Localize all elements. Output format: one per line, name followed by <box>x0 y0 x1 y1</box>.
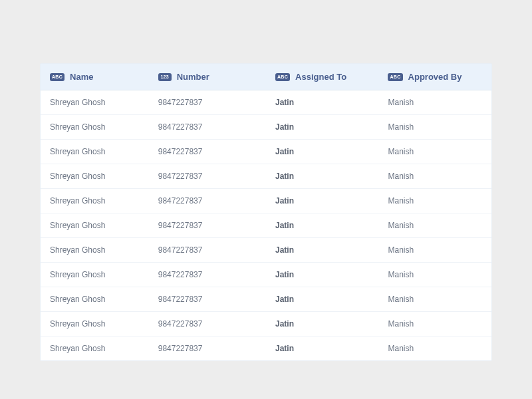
text-type-icon: ABC <box>388 73 402 81</box>
cell-assigned-to: Jatin <box>266 90 379 114</box>
cell-assigned-to: Jatin <box>266 164 379 188</box>
column-header-label: Number <box>177 72 209 82</box>
cell-name: Shreyan Ghosh <box>41 238 149 262</box>
cell-assigned-to: Jatin <box>266 189 379 213</box>
cell-name: Shreyan Ghosh <box>41 213 149 237</box>
cell-number: 9847227837 <box>149 90 266 114</box>
cell-name: Shreyan Ghosh <box>41 336 149 360</box>
cell-name: Shreyan Ghosh <box>41 115 149 139</box>
data-table: ABC Name 123 Number ABC Assigned To ABC … <box>40 63 492 361</box>
table-header-row: ABC Name 123 Number ABC Assigned To ABC … <box>41 64 491 90</box>
column-header-label: Approved By <box>408 72 462 82</box>
cell-assigned-to: Jatin <box>266 287 379 311</box>
cell-approved-by: Manish <box>378 140 491 164</box>
table-row[interactable]: Shreyan Ghosh9847227837JatinManish <box>41 238 491 263</box>
column-header-label: Name <box>70 72 93 82</box>
cell-assigned-to: Jatin <box>266 238 379 262</box>
table-row[interactable]: Shreyan Ghosh9847227837JatinManish <box>41 336 491 360</box>
cell-name: Shreyan Ghosh <box>41 312 149 336</box>
cell-approved-by: Manish <box>378 164 491 188</box>
table-row[interactable]: Shreyan Ghosh9847227837JatinManish <box>41 287 491 312</box>
cell-assigned-to: Jatin <box>266 263 379 287</box>
cell-approved-by: Manish <box>378 213 491 237</box>
cell-approved-by: Manish <box>378 115 491 139</box>
cell-assigned-to: Jatin <box>266 140 379 164</box>
cell-approved-by: Manish <box>378 336 491 360</box>
cell-number: 9847227837 <box>149 115 266 139</box>
cell-name: Shreyan Ghosh <box>41 263 149 287</box>
cell-assigned-to: Jatin <box>266 213 379 237</box>
table-row[interactable]: Shreyan Ghosh9847227837JatinManish <box>41 312 491 336</box>
table-row[interactable]: Shreyan Ghosh9847227837JatinManish <box>41 263 491 287</box>
table-row[interactable]: Shreyan Ghosh9847227837JatinManish <box>41 164 491 189</box>
column-header-approved-by[interactable]: ABC Approved By <box>378 64 491 90</box>
cell-number: 9847227837 <box>149 238 266 262</box>
cell-name: Shreyan Ghosh <box>41 140 149 164</box>
cell-name: Shreyan Ghosh <box>41 189 149 213</box>
cell-approved-by: Manish <box>378 90 491 114</box>
table-row[interactable]: Shreyan Ghosh9847227837JatinManish <box>41 189 491 213</box>
table-body: Shreyan Ghosh9847227837JatinManishShreya… <box>41 90 491 360</box>
column-header-number[interactable]: 123 Number <box>149 64 266 90</box>
cell-number: 9847227837 <box>149 164 266 188</box>
cell-approved-by: Manish <box>378 189 491 213</box>
cell-number: 9847227837 <box>149 336 266 360</box>
table-row[interactable]: Shreyan Ghosh9847227837JatinManish <box>41 140 491 164</box>
table-row[interactable]: Shreyan Ghosh9847227837JatinManish <box>41 115 491 140</box>
cell-assigned-to: Jatin <box>266 312 379 336</box>
cell-assigned-to: Jatin <box>266 336 379 360</box>
cell-number: 9847227837 <box>149 287 266 311</box>
cell-approved-by: Manish <box>378 263 491 287</box>
cell-approved-by: Manish <box>378 238 491 262</box>
table-row[interactable]: Shreyan Ghosh9847227837JatinManish <box>41 213 491 238</box>
cell-assigned-to: Jatin <box>266 115 379 139</box>
text-type-icon: ABC <box>50 73 65 81</box>
cell-name: Shreyan Ghosh <box>41 90 149 114</box>
cell-number: 9847227837 <box>149 140 266 164</box>
cell-number: 9847227837 <box>149 263 266 287</box>
column-header-name[interactable]: ABC Name <box>41 64 149 90</box>
cell-number: 9847227837 <box>149 312 266 336</box>
cell-number: 9847227837 <box>149 213 266 237</box>
cell-approved-by: Manish <box>378 312 491 336</box>
cell-number: 9847227837 <box>149 189 266 213</box>
column-header-label: Assigned To <box>295 72 346 82</box>
column-header-assigned-to[interactable]: ABC Assigned To <box>266 64 379 90</box>
number-type-icon: 123 <box>158 73 172 81</box>
cell-name: Shreyan Ghosh <box>41 287 149 311</box>
cell-name: Shreyan Ghosh <box>41 164 149 188</box>
cell-approved-by: Manish <box>378 287 491 311</box>
table-row[interactable]: Shreyan Ghosh9847227837JatinManish <box>41 90 491 115</box>
text-type-icon: ABC <box>275 73 290 81</box>
